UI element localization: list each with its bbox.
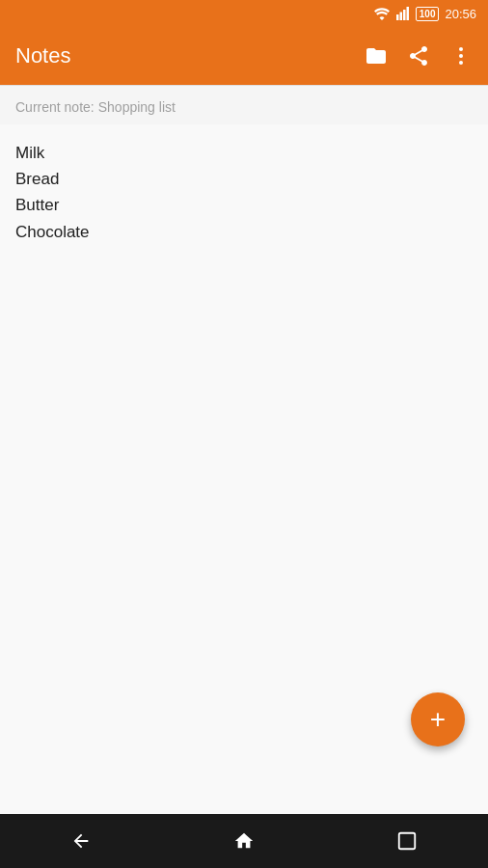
home-button[interactable] — [220, 817, 268, 865]
svg-rect-7 — [398, 833, 415, 850]
svg-rect-3 — [406, 7, 409, 20]
status-bar: 100 20:56 — [0, 0, 488, 27]
recents-button[interactable] — [383, 817, 431, 865]
svg-rect-1 — [399, 13, 402, 21]
app-bar-actions — [365, 44, 473, 68]
current-note-label: Current note: — [15, 99, 95, 115]
svg-point-6 — [459, 61, 463, 65]
current-note-bar: Current note: Shopping list — [0, 86, 488, 124]
signal-icon — [396, 7, 410, 20]
battery-icon: 100 — [416, 7, 440, 21]
add-icon: + — [430, 706, 446, 733]
content-wrapper: Milk Bread Butter Chocolate + — [0, 124, 488, 814]
folder-icon[interactable] — [365, 44, 388, 68]
svg-rect-2 — [403, 10, 406, 20]
more-vertical-icon[interactable] — [449, 44, 473, 68]
status-time: 20:56 — [445, 7, 476, 21]
app-title: Notes — [15, 43, 365, 68]
app-bar: Notes — [0, 27, 488, 85]
add-note-button[interactable]: + — [411, 692, 465, 746]
wifi-icon — [373, 7, 391, 20]
svg-point-4 — [459, 47, 463, 51]
back-button[interactable] — [57, 817, 105, 865]
svg-point-5 — [459, 54, 463, 58]
status-icons: 100 20:56 — [373, 7, 476, 21]
current-note-value: Shopping list — [98, 99, 176, 115]
svg-rect-0 — [396, 14, 399, 20]
share-icon[interactable] — [407, 44, 430, 68]
note-text: Milk Bread Butter Chocolate — [15, 140, 473, 245]
bottom-nav — [0, 814, 488, 868]
